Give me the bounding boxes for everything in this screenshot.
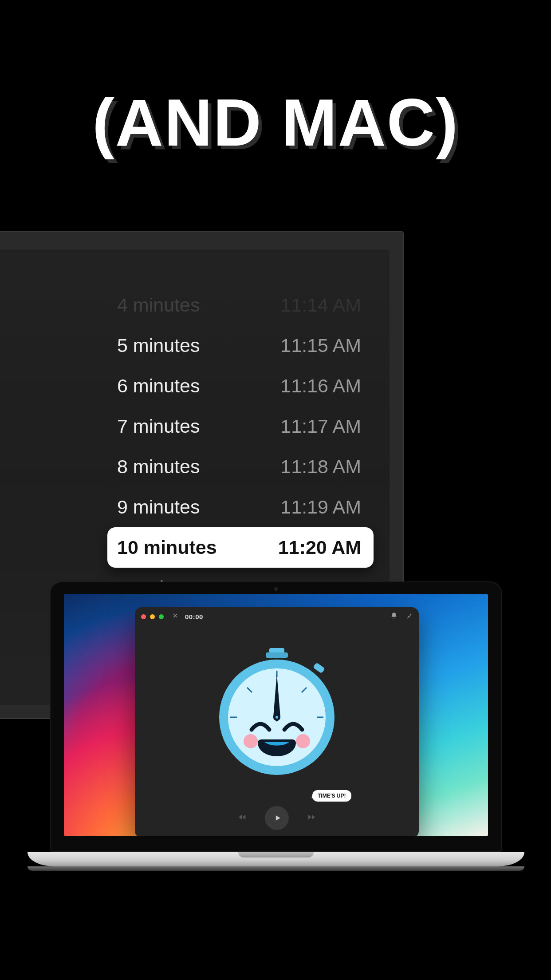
picker-duration: 4 minutes xyxy=(117,294,200,316)
svg-point-13 xyxy=(296,734,310,748)
picker-time: 11:15 AM xyxy=(280,335,361,356)
play-button[interactable] xyxy=(265,806,289,830)
macbook-screen-frame: 00:00 xyxy=(50,581,502,852)
headline: (AND MAC) xyxy=(0,84,551,161)
picker-time: 11:20 AM xyxy=(278,537,361,558)
playback-controls xyxy=(135,806,419,830)
picker-row[interactable]: 6 minutes11:16 AM xyxy=(107,366,374,406)
stopwatch-icon xyxy=(213,646,341,779)
picker-row[interactable]: 9 minutes11:19 AM xyxy=(107,487,374,527)
macbook-notch xyxy=(238,852,314,858)
macbook-frame: 00:00 xyxy=(50,581,502,871)
picker-duration: 9 minutes xyxy=(117,496,200,518)
svg-rect-1 xyxy=(266,652,288,658)
picker-row[interactable]: 7 minutes11:17 AM xyxy=(107,406,374,447)
picker-duration: 10 minutes xyxy=(117,537,217,558)
macbook-foot xyxy=(28,866,524,871)
picker-row[interactable]: 10 minutes11:20 AM xyxy=(107,527,374,568)
close-icon[interactable] xyxy=(172,612,179,621)
svg-point-12 xyxy=(244,734,258,748)
picker-list[interactable]: 4 minutes11:14 AM5 minutes11:15 AM6 minu… xyxy=(107,285,374,608)
timer-app-window: 00:00 xyxy=(135,607,419,836)
traffic-light-zoom[interactable] xyxy=(159,614,164,619)
picker-row[interactable]: 8 minutes11:18 AM xyxy=(107,447,374,487)
traffic-light-minimize[interactable] xyxy=(150,614,155,619)
traffic-light-close[interactable] xyxy=(141,614,146,619)
titlebar-timer: 00:00 xyxy=(185,613,203,620)
macbook-base xyxy=(28,852,524,866)
svg-point-11 xyxy=(276,716,278,719)
speech-bubble: TIME'S UP! xyxy=(312,790,351,802)
picker-duration: 7 minutes xyxy=(117,415,200,437)
play-icon xyxy=(273,814,282,822)
traffic-lights[interactable] xyxy=(141,614,164,619)
picker-time: 11:16 AM xyxy=(280,375,361,397)
picker-duration: 8 minutes xyxy=(117,456,200,478)
forward-icon[interactable] xyxy=(307,812,316,824)
macbook-desktop: 00:00 xyxy=(64,594,488,836)
picker-time: 11:18 AM xyxy=(280,456,361,478)
pin-icon[interactable] xyxy=(405,612,413,621)
picker-duration: 5 minutes xyxy=(117,335,200,356)
macbook-camera xyxy=(274,587,278,591)
clock-face xyxy=(135,628,419,798)
picker-duration: 6 minutes xyxy=(117,375,200,397)
picker-time: 11:19 AM xyxy=(280,496,361,518)
picker-row[interactable]: 4 minutes11:14 AM xyxy=(107,285,374,325)
rewind-icon[interactable] xyxy=(237,812,247,824)
picker-time: 11:14 AM xyxy=(280,294,361,316)
picker-time: 11:17 AM xyxy=(280,415,361,437)
picker-row[interactable]: 5 minutes11:15 AM xyxy=(107,325,374,366)
svg-rect-2 xyxy=(313,662,325,673)
titlebar: 00:00 xyxy=(135,607,419,626)
bell-icon[interactable] xyxy=(390,612,398,621)
